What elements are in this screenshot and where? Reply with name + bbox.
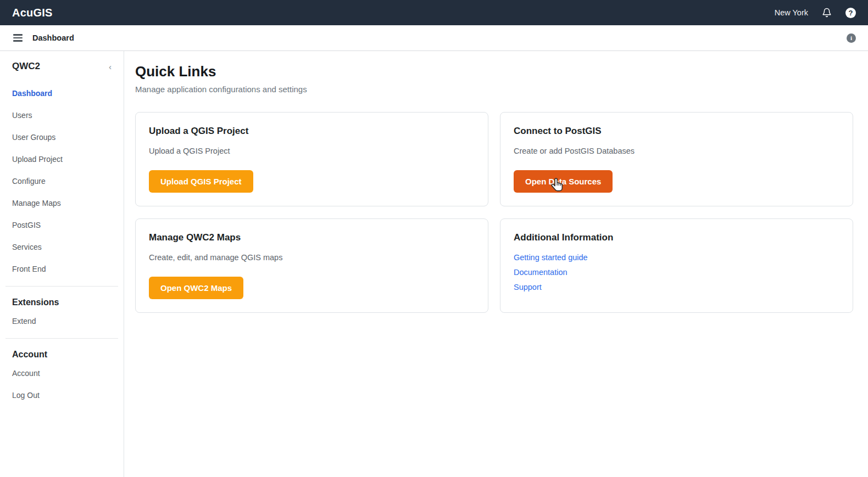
sidebar-header: QWC2 ‹ bbox=[0, 61, 124, 72]
card-description: Upload a QGIS Project bbox=[149, 147, 475, 155]
getting-started-guide-link[interactable]: Getting started guide bbox=[514, 253, 588, 262]
card-title: Additional Information bbox=[514, 232, 839, 243]
card-description: Create or add PostGIS Databases bbox=[514, 147, 839, 155]
sidebar-divider bbox=[5, 286, 118, 287]
sidebar-item-user-groups[interactable]: User Groups bbox=[0, 132, 124, 142]
card-title: Connect to PostGIS bbox=[514, 126, 839, 137]
topbar: AcuGIS New York ? bbox=[0, 0, 868, 25]
sidebar-title: QWC2 bbox=[12, 61, 40, 72]
sidebar-item-front-end[interactable]: Front End bbox=[0, 264, 124, 274]
breadcrumb: Dashboard bbox=[32, 33, 74, 42]
support-link[interactable]: Support bbox=[514, 283, 542, 291]
sidebar-item-services[interactable]: Services bbox=[0, 242, 124, 252]
sidebar-item-dashboard[interactable]: Dashboard bbox=[0, 88, 124, 98]
bell-icon bbox=[822, 8, 832, 18]
sidebar-section-extensions: Extensions bbox=[0, 298, 124, 307]
location-label: New York bbox=[775, 8, 808, 17]
page-subtitle: Manage application configurations and se… bbox=[135, 85, 853, 94]
sidebar-item-upload-project[interactable]: Upload Project bbox=[0, 154, 124, 164]
sidebar-item-users[interactable]: Users bbox=[0, 110, 124, 120]
card-title: Manage QWC2 Maps bbox=[149, 232, 475, 243]
card-manage-qwc2-maps: Manage QWC2 Maps Create, edit, and manag… bbox=[135, 218, 488, 313]
sidebar-item-manage-maps[interactable]: Manage Maps bbox=[0, 198, 124, 208]
notifications-button[interactable] bbox=[821, 7, 832, 18]
card-additional-information: Additional Information Getting started g… bbox=[500, 218, 853, 313]
card-connect-to-postgis: Connect to PostGIS Create or add PostGIS… bbox=[500, 112, 853, 206]
help-button[interactable]: ? bbox=[845, 8, 856, 18]
brand-logo: AcuGIS bbox=[12, 7, 52, 19]
sidebar-item-configure[interactable]: Configure bbox=[0, 176, 124, 186]
topbar-right-cluster: New York ? bbox=[775, 7, 856, 18]
info-button[interactable]: i bbox=[847, 33, 856, 43]
question-circle-icon: ? bbox=[849, 9, 853, 17]
info-circle-icon: i bbox=[850, 35, 852, 41]
upload-qgis-project-button[interactable]: Upload QGIS Project bbox=[149, 170, 253, 193]
main-content: Quick Links Manage application configura… bbox=[124, 51, 868, 477]
sidebar-item-extend[interactable]: Extend bbox=[0, 316, 124, 326]
chevron-left-icon[interactable]: ‹ bbox=[109, 63, 112, 71]
sidebar: QWC2 ‹ Dashboard Users User Groups Uploa… bbox=[0, 51, 124, 477]
quick-links-grid: Upload a QGIS Project Upload a QGIS Proj… bbox=[135, 112, 853, 313]
hamburger-menu-icon[interactable] bbox=[13, 34, 23, 42]
card-title: Upload a QGIS Project bbox=[149, 126, 475, 137]
open-data-sources-button[interactable]: Open Data Sources bbox=[514, 170, 613, 193]
sidebar-divider bbox=[5, 338, 118, 339]
open-qwc2-maps-button[interactable]: Open QWC2 Maps bbox=[149, 277, 243, 299]
sidebar-item-account[interactable]: Account bbox=[0, 368, 124, 378]
sidebar-item-log-out[interactable]: Log Out bbox=[0, 390, 124, 400]
documentation-link[interactable]: Documentation bbox=[514, 268, 567, 277]
card-description: Create, edit, and manage QGIS maps bbox=[149, 253, 475, 262]
sidebar-item-postgis[interactable]: PostGIS bbox=[0, 220, 124, 230]
breadcrumb-bar: Dashboard i bbox=[0, 25, 868, 51]
card-upload-qgis-project: Upload a QGIS Project Upload a QGIS Proj… bbox=[135, 112, 488, 206]
page-title: Quick Links bbox=[135, 63, 853, 80]
sidebar-section-account: Account bbox=[0, 350, 124, 360]
